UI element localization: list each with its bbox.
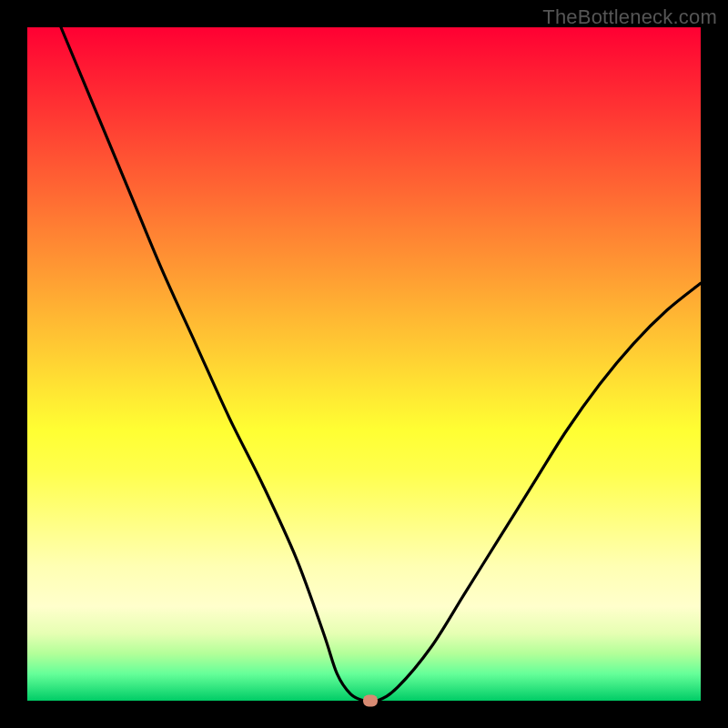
bottleneck-curve	[61, 27, 701, 702]
plot-area	[27, 27, 701, 701]
curve-svg	[27, 27, 701, 701]
watermark-label: TheBottleneck.com	[542, 5, 717, 29]
chart-container: TheBottleneck.com	[0, 0, 728, 728]
optimal-point-marker	[363, 695, 378, 707]
